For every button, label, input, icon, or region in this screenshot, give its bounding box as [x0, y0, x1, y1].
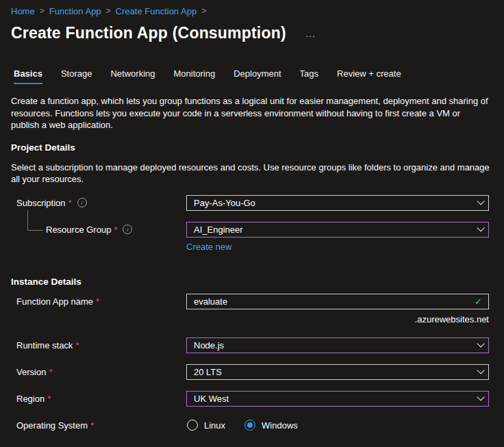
more-options-icon[interactable]: …: [305, 27, 317, 39]
chevron-down-icon: [477, 366, 484, 374]
resource-group-label: Resource Group: [46, 225, 111, 235]
required-asterisk: *: [114, 225, 117, 235]
runtime-stack-row: Runtime stack * Node.js: [11, 337, 490, 353]
runtime-stack-value: Node.js: [194, 340, 224, 350]
project-details-heading: Project Details: [11, 142, 490, 153]
tab-tags[interactable]: Tags: [300, 68, 318, 84]
breadcrumb: Home > Function App > Create Function Ap…: [11, 5, 490, 16]
intro-text: Create a function app, which lets you gr…: [11, 95, 490, 131]
required-asterisk: *: [68, 198, 72, 208]
function-app-name-textbox: ✓: [186, 294, 489, 309]
required-asterisk: *: [75, 340, 79, 350]
subscription-label: Subscription: [16, 198, 66, 208]
resource-group-row: Resource Group * i AI_Engineer: [11, 222, 490, 238]
function-app-name-label: Function App name: [16, 296, 93, 307]
breadcrumb-separator: >: [201, 6, 206, 16]
resource-group-dropdown[interactable]: AI_Engineer: [186, 222, 489, 238]
radio-unselected-icon: [187, 420, 198, 431]
runtime-stack-label: Runtime stack: [16, 340, 73, 350]
instance-details-heading: Instance Details: [11, 277, 490, 287]
breadcrumb-home[interactable]: Home: [11, 6, 35, 16]
info-icon[interactable]: i: [77, 198, 87, 207]
radio-dot: [247, 422, 253, 428]
operating-system-row: Operating System * Linux Windows: [11, 418, 490, 433]
region-row: Region * UK West: [11, 391, 490, 407]
radio-selected-icon: [244, 420, 255, 431]
breadcrumb-function-app[interactable]: Function App: [49, 6, 101, 16]
os-radio-group: Linux Windows: [186, 420, 489, 431]
info-icon-glyph: i: [81, 199, 83, 206]
os-linux-label: Linux: [204, 420, 225, 431]
version-value: 20 LTS: [194, 367, 222, 377]
page-title: Create Function App (Consumption): [11, 24, 286, 42]
version-label-group: Version *: [11, 367, 186, 377]
required-asterisk: *: [49, 367, 52, 377]
runtime-stack-dropdown[interactable]: Node.js: [186, 337, 489, 353]
create-new-row: Create new: [11, 240, 490, 256]
function-app-name-label-group: Function App name *: [11, 296, 186, 307]
runtime-stack-label-group: Runtime stack *: [11, 340, 186, 350]
project-details-form: Subscription * i Pay-As-You-Go Resource …: [11, 195, 490, 433]
title-row: Create Function App (Consumption) …: [11, 23, 490, 42]
info-icon-glyph: i: [127, 226, 129, 233]
tab-deployment[interactable]: Deployment: [234, 68, 281, 84]
tab-networking[interactable]: Networking: [110, 68, 155, 84]
subscription-dropdown[interactable]: Pay-As-You-Go: [186, 195, 489, 211]
project-details-description: Select a subscription to manage deployed…: [11, 162, 490, 186]
create-new-link[interactable]: Create new: [186, 242, 231, 252]
region-label-group: Region *: [11, 394, 186, 404]
domain-suffix-row: .azurewebsites.net: [11, 311, 490, 327]
os-radio-linux[interactable]: Linux: [187, 420, 225, 431]
tab-review-create[interactable]: Review + create: [337, 68, 401, 84]
breadcrumb-separator: >: [106, 6, 111, 16]
tab-storage[interactable]: Storage: [61, 68, 92, 84]
info-icon[interactable]: i: [123, 225, 132, 234]
os-radio-windows[interactable]: Windows: [244, 420, 298, 431]
chevron-down-icon: [477, 393, 484, 400]
domain-suffix: .azurewebsites.net: [186, 314, 489, 324]
tab-monitoring[interactable]: Monitoring: [174, 68, 216, 84]
create-function-app-blade: Home > Function App > Create Function Ap…: [0, 0, 504, 433]
operating-system-label-group: Operating System *: [11, 420, 186, 431]
subscription-row: Subscription * i Pay-As-You-Go: [11, 195, 490, 211]
os-windows-label: Windows: [262, 420, 298, 431]
region-value: UK West: [194, 394, 229, 404]
subscription-resource-group-connector: [27, 210, 43, 231]
version-row: Version * 20 LTS: [11, 364, 490, 380]
breadcrumb-create-function-app[interactable]: Create Function App: [116, 6, 197, 16]
resource-group-value: AI_Engineer: [194, 225, 243, 235]
function-app-name-row: Function App name * ✓: [11, 294, 490, 309]
breadcrumb-separator: >: [40, 6, 45, 16]
function-app-name-input[interactable]: [188, 294, 475, 309]
version-label: Version: [16, 367, 46, 377]
subscription-value: Pay-As-You-Go: [194, 198, 255, 208]
required-asterisk: *: [90, 420, 94, 431]
required-asterisk: *: [96, 296, 99, 307]
wizard-tabs: Basics Storage Networking Monitoring Dep…: [11, 68, 490, 84]
subscription-label-group: Subscription * i: [11, 198, 186, 208]
region-dropdown[interactable]: UK West: [186, 391, 489, 407]
version-dropdown[interactable]: 20 LTS: [186, 364, 489, 380]
chevron-down-icon: [477, 197, 484, 205]
required-asterisk: *: [47, 394, 51, 404]
chevron-down-icon: [477, 224, 484, 231]
tab-basics[interactable]: Basics: [14, 68, 42, 84]
chevron-down-icon: [477, 340, 484, 347]
valid-check-icon: ✓: [475, 296, 482, 307]
operating-system-label: Operating System: [16, 420, 88, 431]
region-label: Region: [16, 394, 45, 404]
